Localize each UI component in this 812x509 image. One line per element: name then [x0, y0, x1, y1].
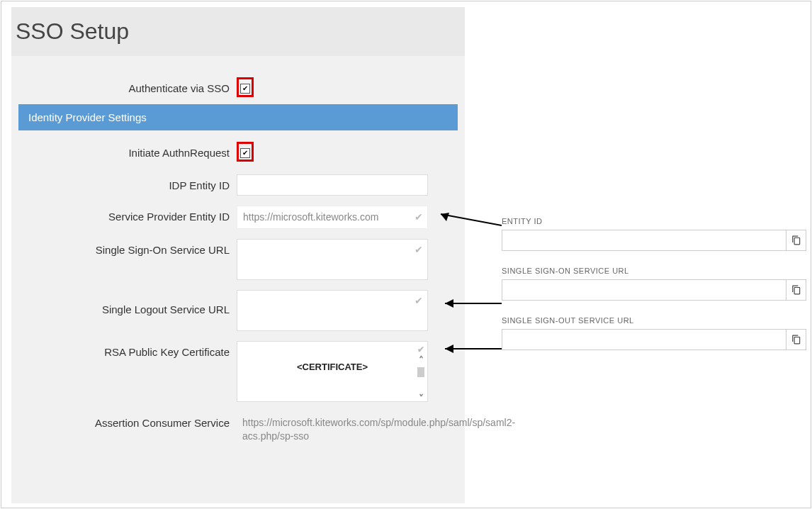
rsa-label: RSA Public Key Certificate [18, 341, 237, 359]
authenticate-label: Authenticate via SSO [18, 77, 237, 96]
ref-entity-label: ENTITY ID [502, 217, 806, 225]
initiate-label: Initiate AuthnRequest [18, 142, 237, 160]
acs-value: https://microsoft.kiteworks.com/sp/modul… [237, 412, 428, 447]
scroll-down-icon[interactable]: ˅ [419, 393, 424, 404]
copy-button[interactable] [786, 329, 806, 350]
copy-icon [791, 285, 801, 295]
svg-line-0 [441, 214, 502, 225]
sp-entity-text: https://microsoft.kiteworks.com [243, 211, 378, 223]
sp-entity-label: Service Provider Entity ID [18, 206, 237, 224]
initiate-checkbox[interactable]: ✔ [240, 148, 250, 158]
slo-url-input[interactable]: ✔ [237, 290, 428, 331]
copy-button[interactable] [786, 230, 806, 251]
idp-entity-input[interactable] [237, 174, 428, 196]
svg-marker-3 [445, 299, 453, 308]
initiate-checkbox-highlight: ✔ [237, 142, 254, 162]
valid-icon: ✔ [415, 211, 423, 224]
azure-reference-panel: ENTITY ID SINGLE SIGN-ON SERVICE URL SIN… [502, 217, 806, 366]
idp-section-header: Identity Provider Settings [18, 104, 458, 130]
svg-marker-5 [445, 345, 453, 353]
authenticate-checkbox-highlight: ✔ [237, 77, 254, 97]
sso-url-input[interactable]: ✔ [237, 239, 428, 280]
sp-entity-value: https://microsoft.kiteworks.com ✔ [237, 206, 428, 229]
copy-button[interactable] [786, 279, 806, 301]
authenticate-checkbox[interactable]: ✔ [240, 84, 250, 94]
ref-entity-input[interactable] [502, 230, 786, 251]
copy-icon [791, 235, 801, 245]
rsa-cert-input[interactable]: <CERTIFICATE> ✔ ˄ ˅ [237, 341, 428, 402]
svg-marker-1 [441, 213, 449, 221]
scroll-up-icon[interactable]: ˄ [419, 354, 424, 366]
ref-sso-label: SINGLE SIGN-ON SERVICE URL [502, 267, 806, 275]
rsa-cert-text: <CERTIFICATE> [297, 362, 368, 372]
valid-icon: ✔ [415, 244, 423, 255]
valid-icon: ✔ [417, 345, 424, 354]
slo-url-label: Single Logout Service URL [18, 290, 237, 317]
ref-slo-input[interactable] [502, 329, 786, 350]
idp-entity-label: IDP Entity ID [18, 174, 237, 193]
page-title: SSO Setup [11, 7, 465, 56]
ref-sso-input[interactable] [502, 279, 786, 301]
scroll-thumb[interactable] [417, 367, 424, 377]
cert-scrollbar: ✔ ˄ ˅ [417, 345, 424, 404]
valid-icon: ✔ [415, 295, 423, 306]
sso-setup-panel: SSO Setup Authenticate via SSO ✔ Identit… [11, 7, 465, 503]
acs-label: Assertion Consumer Service [18, 412, 237, 430]
copy-icon [791, 335, 801, 345]
mapping-arrow [431, 207, 502, 228]
sso-url-label: Single Sign-On Service URL [18, 239, 237, 257]
mapping-arrow [436, 342, 502, 356]
ref-slo-label: SINGLE SIGN-OUT SERVICE URL [502, 316, 806, 325]
mapping-arrow [436, 296, 502, 311]
